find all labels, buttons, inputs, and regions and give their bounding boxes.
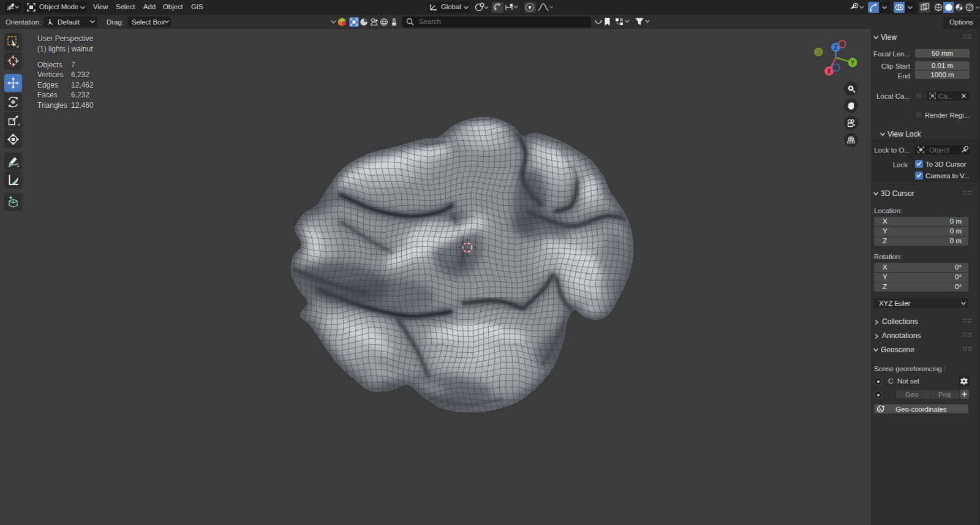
svg-text:X: X (827, 68, 831, 75)
svg-text:Y: Y (851, 59, 855, 66)
svg-text:Z: Z (834, 44, 837, 51)
